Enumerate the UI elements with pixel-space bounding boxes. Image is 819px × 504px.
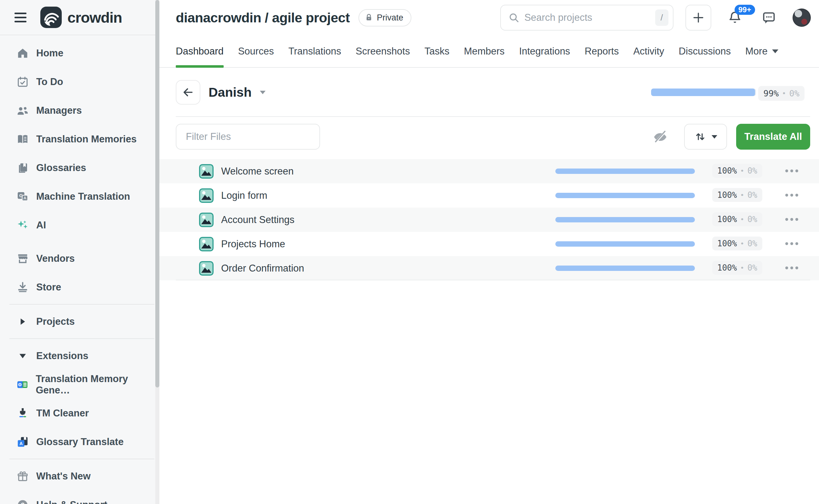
file-progress-bar	[555, 193, 695, 198]
tm-generator-icon	[17, 379, 28, 391]
tab-translations[interactable]: Translations	[288, 35, 341, 67]
tab-more[interactable]: More	[745, 35, 778, 67]
tm-cleaner-icon	[17, 407, 29, 419]
sidebar-item-label: Machine Translation	[36, 191, 130, 202]
tab-dashboard[interactable]: Dashboard	[176, 35, 224, 67]
filter-files-input[interactable]	[176, 124, 319, 149]
glossaries-icon	[17, 162, 29, 174]
main-header: dianacrowdin / agile project Private /	[159, 0, 819, 35]
file-progress-stats: 100%•0%	[712, 237, 762, 250]
user-avatar[interactable]	[793, 9, 811, 27]
crowdin-wordmark: crowdin	[67, 9, 122, 26]
screenshot-file-icon	[198, 188, 214, 203]
file-name-link[interactable]: Login form	[221, 190, 267, 201]
translated-percent: 99%	[763, 89, 779, 98]
sidebar-item-label: AI	[36, 220, 46, 231]
file-actions-menu[interactable]	[785, 266, 798, 269]
tab-activity[interactable]: Activity	[633, 35, 664, 67]
sidebar-item-vendors[interactable]: Vendors	[0, 244, 159, 273]
file-progress-stats: 100%•0%	[712, 261, 762, 275]
sidebar-item-translation-memories[interactable]: Translation Memories	[0, 125, 159, 153]
file-progress-bar	[555, 169, 695, 174]
sidebar: crowdin Home To Do Managers Translation …	[0, 0, 159, 504]
search-icon	[508, 12, 519, 23]
tab-reports[interactable]: Reports	[585, 35, 619, 67]
sidebar-item-managers[interactable]: Managers	[0, 96, 159, 125]
sidebar-item-label: To Do	[36, 76, 63, 88]
ai-sparkles-icon	[17, 219, 29, 231]
tab-sources[interactable]: Sources	[238, 35, 274, 67]
sidebar-item-tm-generator[interactable]: Translation Memory Gene…	[0, 370, 159, 399]
sidebar-item-extensions[interactable]: Extensions	[0, 341, 159, 370]
sidebar-item-label: Store	[36, 282, 61, 293]
sidebar-item-store[interactable]: Store	[0, 273, 159, 301]
sidebar-item-whats-new[interactable]: What's New	[0, 462, 159, 490]
file-row: Order Confirmation 100%•0%	[159, 256, 819, 280]
crowdin-logo[interactable]: crowdin	[40, 7, 122, 28]
file-row: Account Settings 100%•0%	[159, 208, 819, 232]
sidebar-item-help-support[interactable]: ? Help & Support	[0, 490, 159, 504]
translate-all-button[interactable]: Translate All	[736, 124, 810, 150]
sidebar-item-ai[interactable]: AI	[0, 211, 159, 239]
sidebar-item-label: Home	[36, 48, 63, 59]
file-name-link[interactable]: Order Confirmation	[221, 263, 304, 274]
project-tabs: Dashboard Sources Translations Screensho…	[159, 35, 819, 68]
sidebar-item-todo[interactable]: To Do	[0, 67, 159, 96]
hamburger-menu-icon[interactable]	[14, 13, 27, 22]
crowdin-project-screen: crowdin Home To Do Managers Translation …	[0, 0, 819, 504]
chevron-down-icon	[772, 49, 778, 53]
sidebar-item-tm-cleaner[interactable]: TM Cleaner	[0, 399, 159, 427]
file-actions-menu[interactable]	[785, 169, 798, 172]
hide-completed-toggle[interactable]	[653, 129, 668, 145]
screenshot-file-icon	[198, 163, 214, 179]
language-progress-bar	[651, 89, 756, 96]
file-row: Projects Home 100%•0%	[159, 232, 819, 256]
privacy-badge-label: Private	[377, 13, 403, 23]
file-actions-menu[interactable]	[785, 194, 798, 197]
tab-discussions[interactable]: Discussions	[679, 35, 731, 67]
sidebar-header: crowdin	[0, 0, 159, 35]
svg-text:A: A	[20, 441, 23, 446]
language-selector[interactable]: Danish	[209, 68, 266, 117]
machine-translation-icon: GA	[17, 191, 29, 203]
sidebar-item-glossary-translate[interactable]: A Glossary Translate	[0, 427, 159, 456]
sort-button[interactable]	[684, 124, 727, 150]
file-actions-menu[interactable]	[785, 218, 798, 221]
lock-icon	[364, 13, 374, 22]
privacy-badge: Private	[358, 9, 411, 26]
todo-calendar-icon	[17, 76, 29, 88]
notifications-button[interactable]: 99+	[728, 10, 742, 25]
file-name-link[interactable]: Welcome screen	[221, 166, 294, 177]
sidebar-item-label: Extensions	[36, 350, 88, 362]
file-name-link[interactable]: Account Settings	[221, 214, 295, 226]
sidebar-item-home[interactable]: Home	[0, 39, 159, 67]
sidebar-item-machine-translation[interactable]: GA Machine Translation	[0, 182, 159, 211]
file-actions-menu[interactable]	[785, 242, 798, 245]
sidebar-scrollbar-thumb[interactable]	[155, 0, 159, 387]
sidebar-scrollbar-track	[155, 0, 159, 504]
sidebar-item-glossaries[interactable]: Glossaries	[0, 153, 159, 182]
language-progress-fill	[651, 89, 755, 96]
tab-integrations[interactable]: Integrations	[519, 35, 570, 67]
messages-button[interactable]	[762, 10, 776, 25]
stats-separator: •	[782, 89, 786, 97]
language-panel: Danish 99% • 0%	[159, 68, 819, 117]
back-button[interactable]	[176, 80, 200, 105]
language-name: Danish	[209, 85, 252, 100]
vendors-icon	[17, 253, 29, 265]
search-input[interactable]	[519, 5, 655, 30]
gift-icon	[17, 470, 29, 482]
sidebar-divider	[9, 304, 154, 305]
file-row: Welcome screen 100%•0%	[159, 159, 819, 183]
create-project-button[interactable]	[685, 5, 711, 31]
sidebar-item-projects[interactable]: Projects	[0, 307, 159, 336]
approved-percent: 0%	[789, 89, 799, 98]
tab-screenshots[interactable]: Screenshots	[356, 35, 410, 67]
tab-members[interactable]: Members	[464, 35, 505, 67]
tab-tasks[interactable]: Tasks	[424, 35, 449, 67]
chevron-down-icon	[260, 91, 266, 94]
page-title: dianacrowdin / agile project	[176, 10, 350, 26]
plus-icon	[692, 11, 705, 24]
file-name-link[interactable]: Projects Home	[221, 238, 285, 250]
chevron-down-icon	[19, 352, 27, 359]
